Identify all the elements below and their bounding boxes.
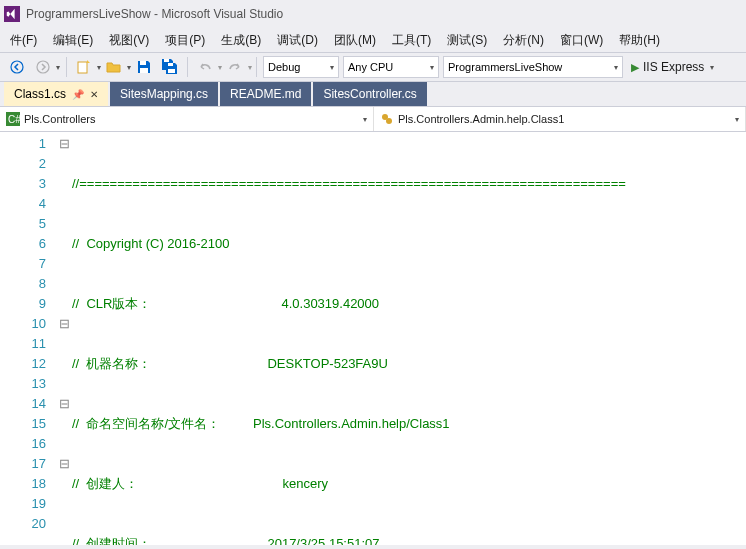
redo-dropdown-icon[interactable]: ▾: [248, 63, 252, 72]
code-editor[interactable]: 1234567891011121314151617181920 ⊟ ⊟ ⊟ ⊟ …: [0, 132, 746, 545]
menu-file[interactable]: 件(F): [2, 30, 45, 51]
menu-debug[interactable]: 调试(D): [269, 30, 326, 51]
svg-rect-5: [164, 59, 169, 62]
svg-rect-6: [168, 63, 173, 66]
tab-sitesmapping[interactable]: SitesMapping.cs: [110, 82, 218, 106]
nav-dropdown-icon[interactable]: ▾: [56, 63, 60, 72]
menu-tools[interactable]: 工具(T): [384, 30, 439, 51]
namespace-dropdown[interactable]: C# Pls.Controllers▾: [0, 107, 374, 131]
svg-rect-2: [78, 62, 87, 73]
svg-point-11: [386, 118, 392, 124]
nav-bar: C# Pls.Controllers▾ Pls.Controllers.Admi…: [0, 106, 746, 132]
csharp-icon: C#: [6, 112, 20, 126]
save-all-button[interactable]: [158, 55, 182, 79]
menu-edit[interactable]: 编辑(E): [45, 30, 101, 51]
open-button[interactable]: [102, 55, 126, 79]
startup-dropdown[interactable]: ProgrammersLiveShow▾: [443, 56, 623, 78]
forward-button[interactable]: [31, 55, 55, 79]
class-dropdown[interactable]: Pls.Controllers.Admin.help.Class1▾: [374, 107, 746, 131]
menubar: 件(F) 编辑(E) 视图(V) 项目(P) 生成(B) 调试(D) 团队(M)…: [0, 28, 746, 52]
separator: [66, 57, 67, 77]
new-dropdown-icon[interactable]: ▾: [97, 63, 101, 72]
svg-rect-7: [168, 69, 175, 73]
menu-help[interactable]: 帮助(H): [611, 30, 668, 51]
svg-point-0: [11, 61, 23, 73]
menu-build[interactable]: 生成(B): [213, 30, 269, 51]
titlebar: ProgrammersLiveShow - Microsoft Visual S…: [0, 0, 746, 28]
menu-analyze[interactable]: 分析(N): [495, 30, 552, 51]
tab-class1[interactable]: Class1.cs📌✕: [4, 82, 108, 106]
undo-button[interactable]: [193, 55, 217, 79]
fold-toggle[interactable]: ⊟: [56, 454, 72, 474]
new-item-button[interactable]: [72, 55, 96, 79]
svg-rect-4: [140, 68, 148, 73]
class-icon: [380, 112, 394, 126]
save-button[interactable]: [132, 55, 156, 79]
separator: [256, 57, 257, 77]
tab-readme[interactable]: README.md: [220, 82, 311, 106]
line-numbers: 1234567891011121314151617181920: [0, 132, 56, 545]
document-tabs: Class1.cs📌✕ SitesMapping.cs README.md Si…: [0, 82, 746, 106]
vs-logo-icon: [4, 6, 20, 22]
code-content[interactable]: //======================================…: [72, 132, 746, 545]
config-dropdown[interactable]: Debug▾: [263, 56, 339, 78]
back-button[interactable]: [5, 55, 29, 79]
menu-window[interactable]: 窗口(W): [552, 30, 611, 51]
close-icon[interactable]: ✕: [90, 89, 98, 100]
pin-icon[interactable]: 📌: [72, 89, 84, 100]
separator: [187, 57, 188, 77]
fold-toggle[interactable]: ⊟: [56, 134, 72, 154]
menu-view[interactable]: 视图(V): [101, 30, 157, 51]
fold-toggle[interactable]: ⊟: [56, 314, 72, 334]
toolbar: ▾ ▾ ▾ ▾ ▾ Debug▾ Any CPU▾ ProgrammersLiv…: [0, 52, 746, 82]
menu-project[interactable]: 项目(P): [157, 30, 213, 51]
platform-dropdown[interactable]: Any CPU▾: [343, 56, 439, 78]
svg-point-1: [37, 61, 49, 73]
menu-team[interactable]: 团队(M): [326, 30, 384, 51]
play-icon: ▶: [631, 61, 639, 74]
svg-rect-3: [140, 61, 146, 65]
fold-toggle[interactable]: ⊟: [56, 394, 72, 414]
window-title: ProgrammersLiveShow - Microsoft Visual S…: [26, 7, 283, 21]
svg-text:C#: C#: [8, 114, 20, 125]
undo-dropdown-icon[interactable]: ▾: [218, 63, 222, 72]
tab-sitescontroller[interactable]: SitesController.cs: [313, 82, 426, 106]
run-button[interactable]: ▶IIS Express▾: [631, 60, 714, 74]
open-dropdown-icon[interactable]: ▾: [127, 63, 131, 72]
fold-column: ⊟ ⊟ ⊟ ⊟: [56, 132, 72, 545]
menu-test[interactable]: 测试(S): [439, 30, 495, 51]
redo-button[interactable]: [223, 55, 247, 79]
